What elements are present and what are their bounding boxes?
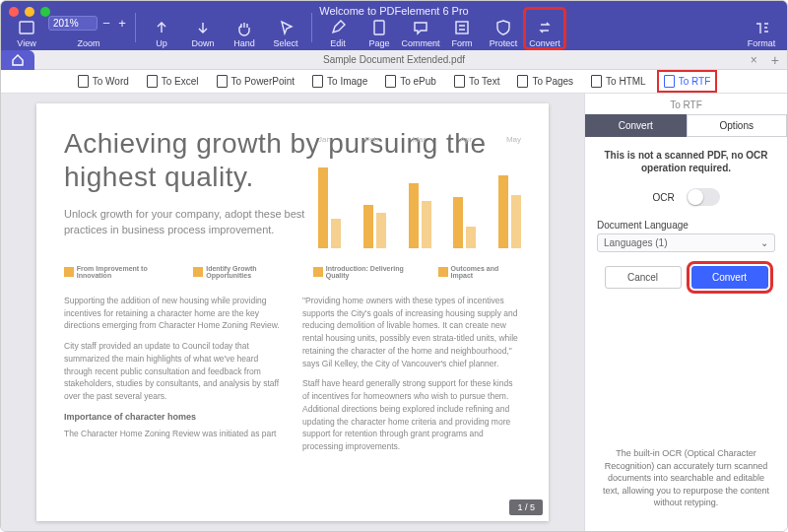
bar-chart: Jan Feb Mar Apr May (316, 135, 523, 263)
bar-pair (498, 175, 521, 248)
cursor-icon (277, 19, 295, 36)
badge-icon (313, 267, 323, 277)
cancel-button[interactable]: Cancel (605, 266, 682, 289)
page-viewport[interactable]: Achieving growth by pursuing the highest… (1, 94, 584, 531)
bar-pair (318, 167, 341, 248)
app-window: Welcome to PDFelement 6 Pro View 201% − … (0, 0, 788, 532)
to-word-button[interactable]: To Word (74, 73, 133, 90)
body-columns: Supporting the addition of new housing w… (64, 295, 521, 461)
doc-icon (517, 75, 528, 88)
ocr-toggle[interactable] (687, 188, 720, 206)
document-page: Achieving growth by pursuing the highest… (36, 103, 549, 521)
chevron-down-icon: ⌄ (760, 237, 768, 248)
doc-icon (78, 75, 89, 88)
panel-title: To RTF (585, 94, 787, 114)
doc-icon (147, 75, 158, 88)
document-title: Sample Document Extended.pdf (1, 54, 787, 65)
panel-footer-text: The built-in OCR (Optical Character Reco… (597, 437, 775, 519)
page-icon (370, 19, 388, 36)
body-subheading: Importance of character homes (64, 411, 283, 425)
bar-series-a (318, 167, 328, 248)
to-rtf-button[interactable]: To RTF (660, 73, 715, 90)
window-title: Welcome to PDFelement 6 Pro (1, 5, 787, 17)
doc-icon (217, 75, 228, 88)
bar-series-a (409, 183, 419, 248)
zoom-label: Zoom (77, 38, 99, 48)
panel-message: This is not a scanned PDF, no OCR operat… (597, 149, 775, 174)
body-text: "Providing home owners with these types … (302, 295, 521, 370)
arrow-up-icon (153, 19, 170, 36)
ocr-label: OCR (652, 192, 674, 203)
svg-rect-1 (374, 21, 384, 34)
bar-series-b (331, 219, 341, 248)
to-image-button[interactable]: To Image (308, 73, 371, 90)
bar-series-b (511, 195, 521, 248)
badge-item: Outcomes and Impact (438, 265, 521, 279)
bar-pair (363, 205, 386, 248)
zoom-select[interactable]: 201% (48, 16, 98, 31)
doc-icon (454, 75, 465, 88)
convert-panel: To RTF Convert Options This is not a sca… (584, 94, 787, 531)
badge-item: Introduction: Delivering Quality (313, 265, 427, 279)
to-powerpoint-button[interactable]: To PowerPoint (213, 73, 298, 90)
to-pages-button[interactable]: To Pages (513, 73, 577, 90)
tab-convert[interactable]: Convert (585, 114, 687, 137)
doc-icon (664, 75, 675, 88)
badge-item: Identify Growth Opportunities (193, 265, 301, 279)
comment-icon (412, 19, 429, 36)
bar-series-b (376, 213, 386, 248)
badge-icon (193, 267, 203, 277)
doc-icon (591, 75, 602, 88)
svg-rect-0 (20, 22, 33, 33)
document-bar: Sample Document Extended.pdf × + (1, 50, 787, 70)
view-icon (18, 19, 35, 36)
to-text-button[interactable]: To Text (450, 73, 504, 90)
form-icon (453, 19, 471, 36)
doc-icon (385, 75, 396, 88)
chart-month-labels: Jan Feb Mar Apr May (316, 135, 523, 144)
format-icon (753, 19, 770, 36)
panel-tabs: Convert Options (585, 114, 787, 137)
section-badges: From Improvement to Innovation Identify … (64, 265, 521, 279)
svg-rect-2 (456, 22, 468, 33)
convert-icon (536, 19, 554, 36)
bar-series-b (422, 201, 431, 248)
bar-series-a (498, 175, 508, 248)
page-lead: Unlock growth for your company, adopt th… (64, 207, 320, 237)
arrow-down-icon (194, 19, 212, 36)
to-excel-button[interactable]: To Excel (143, 73, 203, 90)
zoom-in-button[interactable]: + (115, 16, 129, 31)
shield-icon (494, 19, 512, 36)
view-label: View (17, 38, 35, 48)
body-text: Staff have heard generally strong suppor… (302, 377, 521, 453)
to-epub-button[interactable]: To ePub (381, 73, 440, 90)
convert-action-button[interactable]: Convert (691, 266, 768, 289)
bar-series-b (466, 227, 476, 248)
language-select[interactable]: Languages (1) ⌄ (597, 233, 775, 252)
main-area: Achieving growth by pursuing the highest… (1, 94, 787, 531)
hand-icon (235, 19, 253, 36)
tab-options[interactable]: Options (687, 114, 788, 137)
page-number-badge: 1 / 5 (509, 499, 543, 515)
body-text: City staff provided an update to Council… (64, 340, 283, 403)
bar-series-a (363, 205, 373, 248)
edit-icon (329, 19, 347, 36)
badge-icon (64, 267, 74, 277)
bar-pair (453, 197, 476, 248)
language-label: Document Language (597, 220, 775, 231)
badge-icon (438, 267, 448, 277)
titlebar: Welcome to PDFelement 6 Pro View 201% − … (1, 1, 787, 50)
zoom-out-button[interactable]: − (99, 16, 113, 31)
body-text: Supporting the addition of new housing w… (64, 295, 283, 332)
bar-series-a (453, 197, 463, 248)
bar-pair (409, 183, 431, 248)
doc-icon (312, 75, 323, 88)
convert-sub-toolbar: To Word To Excel To PowerPoint To Image … (1, 70, 787, 94)
badge-item: From Improvement to Innovation (64, 265, 181, 279)
to-html-button[interactable]: To HTML (587, 73, 650, 90)
body-text: The Character Home Zoning Review was ini… (64, 428, 283, 440)
